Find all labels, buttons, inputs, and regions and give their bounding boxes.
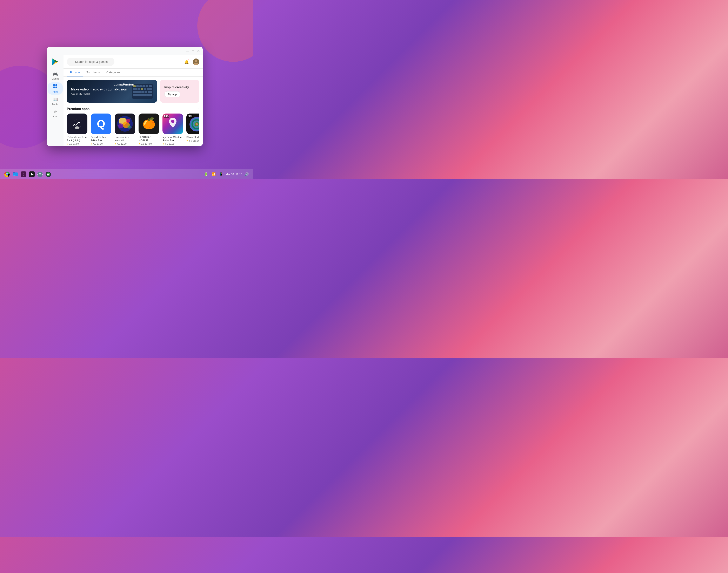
svg-point-61	[171, 120, 175, 123]
window-content: 🎮 Games Apps 📖 Books	[47, 55, 203, 146]
featured-banner[interactable]: Make video magic with LumaFusion App of …	[67, 80, 157, 103]
svg-text:PRO: PRO	[188, 115, 192, 117]
app-name-quickedit: QuickEdit Text Editor Pro	[91, 136, 111, 142]
app-card-quickedit[interactable]: Q QuickEdit Text Editor Pro ★ 4.2 $3.99	[91, 113, 111, 145]
app-card-myradar[interactable]: PRO MyRadar Weather Radar Pro ★ 4.5	[162, 113, 183, 145]
svg-rect-15	[142, 85, 145, 87]
svg-rect-17	[149, 85, 152, 87]
close-button[interactable]: ✕	[196, 49, 200, 53]
bg-decoration-1	[197, 0, 253, 62]
title-bar: — □ ✕	[47, 47, 203, 55]
featured-badge: App of the month	[71, 92, 127, 95]
svg-rect-27	[148, 91, 152, 93]
svg-rect-13	[136, 85, 139, 87]
svg-rect-28	[138, 94, 147, 96]
flstudio-svg: 🍊	[139, 113, 159, 134]
myradar-svg: PRO	[162, 113, 183, 134]
games-icon: 🎮	[53, 72, 58, 76]
sidebar-item-games[interactable]: 🎮 Games	[48, 70, 63, 82]
svg-rect-7	[55, 87, 57, 88]
app-rating-flstudio: ★ 3.8 $14.99	[139, 143, 152, 145]
sidebar-item-apps[interactable]: Apps	[48, 83, 63, 95]
taskbar-chrome-icon[interactable]	[3, 171, 11, 178]
svg-text:#: #	[23, 173, 25, 176]
svg-point-40	[75, 127, 77, 129]
see-more-button[interactable]: →	[196, 107, 199, 111]
star-icon: ★	[162, 143, 164, 145]
svg-point-35	[74, 120, 75, 121]
app-name-photostudio: Photo Studio PRO	[186, 136, 199, 139]
taskbar-shield-icon[interactable]	[45, 171, 52, 178]
svg-rect-21	[144, 88, 146, 90]
svg-text:PRO: PRO	[164, 115, 168, 117]
app-name-retro: Retro Mode - Icon Pack (Light)	[67, 136, 87, 142]
app-rating-retro: ★ 3.8 $1.99	[67, 143, 79, 145]
svg-rect-14	[139, 85, 142, 87]
avatar[interactable]	[193, 58, 199, 65]
tab-categories[interactable]: Categories	[103, 69, 124, 76]
tab-top-charts[interactable]: Top charts	[83, 69, 103, 76]
taskbar-settings-icon[interactable]	[36, 171, 44, 178]
taskbar-battery-icon: 🔋	[203, 171, 209, 177]
app-name-myradar: MyRadar Weather Radar Pro	[162, 136, 183, 142]
premium-section-title: Premium apps	[67, 107, 90, 111]
featured-image	[132, 83, 153, 100]
minimize-button[interactable]: —	[186, 49, 190, 53]
svg-rect-5	[55, 84, 57, 86]
svg-rect-30	[147, 94, 152, 96]
inspire-card: Inspire creativity Try app	[160, 80, 199, 103]
try-app-button[interactable]: Try app	[164, 91, 180, 97]
star-icon: ★	[67, 143, 69, 145]
play-store-logo	[51, 58, 59, 66]
svg-point-36	[76, 119, 77, 120]
svg-text:Q: Q	[97, 118, 105, 130]
sidebar-item-books[interactable]: 📖 Books	[48, 95, 63, 107]
app-card-retro[interactable]: Retro Mode - Icon Pack (Light) ★ 3.8 $1.…	[67, 113, 87, 145]
svg-rect-6	[53, 87, 55, 88]
play-store-window: — □ ✕	[47, 47, 203, 146]
maximize-button[interactable]: □	[191, 49, 195, 53]
window-controls: — □ ✕	[186, 49, 200, 53]
svg-point-38	[81, 120, 82, 121]
taskbar-play-icon[interactable]	[28, 171, 36, 178]
svg-rect-26	[145, 91, 147, 93]
taskbar-files-icon[interactable]	[11, 171, 19, 178]
notification-button[interactable]: 🔔	[183, 58, 190, 65]
svg-point-49	[118, 123, 123, 128]
tab-for-you[interactable]: For you	[67, 69, 83, 76]
app-icon-photostudio: PRO	[186, 113, 199, 134]
app-card-universe[interactable]: Universe in a Nutshell ★ 4.9 $2.99	[115, 113, 135, 145]
taskbar-phone-icon: 📱	[218, 171, 224, 177]
kids-icon: ☆	[53, 109, 57, 114]
search-wrapper: 🔍	[67, 58, 180, 66]
search-input[interactable]	[67, 58, 114, 66]
app-rating-myradar: ★ 4.5 $3.99	[162, 143, 175, 145]
tabs: For you Top charts Categories	[63, 69, 203, 76]
app-rating-universe: ★ 4.9 $2.99	[115, 143, 127, 145]
svg-text:🍊: 🍊	[142, 117, 156, 129]
svg-rect-16	[146, 85, 148, 87]
app-card-flstudio[interactable]: 🍊 FL STUDIO MOBILE ★ 3.8 $14.99	[139, 113, 159, 145]
svg-rect-90	[42, 174, 43, 174]
app-icon-myradar: PRO	[162, 113, 183, 134]
header: 🔍 🔔	[63, 55, 203, 69]
apps-label: Apps	[53, 91, 58, 93]
svg-rect-19	[138, 88, 140, 90]
star-icon: ★	[115, 143, 116, 145]
app-name-flstudio: FL STUDIO MOBILE	[139, 136, 159, 142]
svg-point-41	[77, 127, 80, 129]
games-label: Games	[52, 77, 59, 80]
svg-rect-89	[37, 174, 38, 174]
taskbar-volume-icon: 🔊	[244, 171, 250, 177]
app-card-photostudio[interactable]: PRO Photo Studio PRO	[186, 113, 199, 145]
sidebar-item-kids[interactable]: ☆ Kids	[48, 108, 63, 119]
svg-rect-88	[40, 176, 40, 177]
books-icon: 📖	[53, 97, 58, 102]
svg-rect-32	[141, 88, 143, 90]
taskbar-date: Mar 30	[226, 173, 234, 176]
taskbar-slack-icon[interactable]: #	[20, 171, 27, 178]
keyboard-svg	[132, 84, 153, 99]
retro-svg	[71, 118, 83, 130]
svg-rect-76	[13, 172, 15, 173]
svg-point-51	[128, 125, 131, 128]
